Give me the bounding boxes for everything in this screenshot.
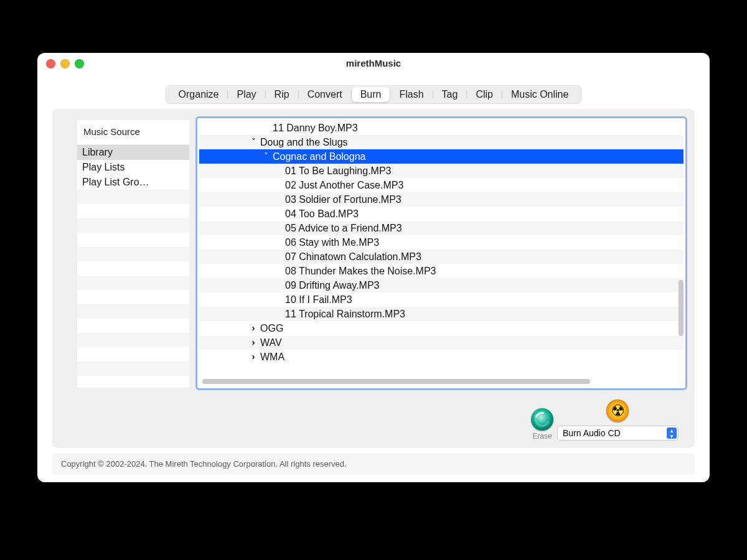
sidebar-empty-row <box>77 218 189 233</box>
tree-row-label: 01 To Be Laughing.MP3 <box>285 164 392 178</box>
tree-row-label: Cognac and Bologna <box>273 149 365 164</box>
erase-icon[interactable] <box>531 408 553 431</box>
tab-tag[interactable]: Tag <box>433 87 467 102</box>
burn-mode-select[interactable]: Burn Audio CD ▲▼ <box>557 426 679 441</box>
sidebar-empty-row <box>77 190 189 204</box>
erase-group: Erase <box>527 408 558 441</box>
tree-row[interactable]: 03 Soldier of Fortune.MP3 <box>199 192 684 207</box>
tree-row[interactable]: 08 Thunder Makes the Noise.MP3 <box>199 264 684 278</box>
tree-row[interactable]: WMA <box>199 350 684 364</box>
tab-organize[interactable]: Organize <box>170 87 228 102</box>
tree-row[interactable]: WAV <box>199 335 684 350</box>
main-panel: Music Source LibraryPlay ListsPlay List … <box>52 109 695 448</box>
horizontal-scrollbar[interactable] <box>202 379 675 384</box>
sidebar-empty-row <box>77 247 189 261</box>
tree-row-label: 09 Drifting Away.MP3 <box>285 278 379 292</box>
sidebar-empty-row <box>77 319 189 333</box>
window-title: mirethMusic <box>37 58 710 68</box>
chevron-down-icon[interactable] <box>249 135 258 150</box>
tree-row[interactable]: 11 Tropical Rainstorm.MP3 <box>199 307 684 321</box>
sidebar-empty-row <box>77 362 189 376</box>
tab-bar: OrganizePlayRipConvertBurnFlashTagClipMu… <box>166 85 582 104</box>
sidebar-empty-row <box>77 261 189 276</box>
sidebar-empty-row <box>77 304 189 319</box>
select-stepper-icon: ▲▼ <box>667 427 677 439</box>
tree-row-label: 07 Chinatown Calculation.MP3 <box>285 250 421 264</box>
burn-mode-value: Burn Audio CD <box>563 428 621 438</box>
vertical-scrollbar[interactable] <box>679 280 684 336</box>
tree-row-label: 10 If I Fail.MP3 <box>285 292 352 307</box>
tree-row-label: 03 Soldier of Fortune.MP3 <box>285 192 402 207</box>
chevron-right-icon[interactable] <box>249 335 258 350</box>
file-tree[interactable]: 10 I'm Satisfied.MP311 Danny Boy.MP3Doug… <box>199 120 684 386</box>
tree-row[interactable]: 04 Too Bad.MP3 <box>199 207 684 221</box>
sidebar-empty-row <box>77 290 189 304</box>
file-tree-pane: 10 I'm Satisfied.MP311 Danny Boy.MP3Doug… <box>195 116 687 390</box>
footer: Copyright © 2002-2024. The Mireth Techno… <box>52 454 695 475</box>
tab-play[interactable]: Play <box>228 87 265 102</box>
erase-label: Erase <box>527 432 558 441</box>
tree-row[interactable]: 06 Stay with Me.MP3 <box>199 235 684 250</box>
tree-row-label: 04 Too Bad.MP3 <box>285 207 359 221</box>
sidebar-empty-row <box>77 333 189 347</box>
horizontal-scrollbar-thumb[interactable] <box>202 379 590 384</box>
tree-row-label: Doug and the Slugs <box>260 135 348 149</box>
tree-row[interactable]: 05 Advice to a Friend.MP3 <box>199 221 684 235</box>
music-source-sidebar: Music Source LibraryPlay ListsPlay List … <box>77 120 189 388</box>
tree-row-label: 02 Just Another Case.MP3 <box>285 178 403 192</box>
burn-icon[interactable] <box>606 399 629 422</box>
sidebar-item-library[interactable]: Library <box>77 145 189 160</box>
tab-clip[interactable]: Clip <box>467 87 502 102</box>
tree-row[interactable]: 02 Just Another Case.MP3 <box>199 178 684 192</box>
sidebar-empty-row <box>77 233 189 247</box>
tree-row-label: OGG <box>260 321 283 335</box>
sidebar-item-play-list-gro[interactable]: Play List Gro… <box>77 175 189 190</box>
chevron-right-icon[interactable] <box>249 349 258 365</box>
tab-burn[interactable]: Burn <box>352 87 390 102</box>
chevron-down-icon[interactable] <box>261 149 270 164</box>
tree-row-label: WAV <box>260 335 282 350</box>
tree-row-label: 11 Danny Boy.MP3 <box>273 121 358 135</box>
app-window: mirethMusic OrganizePlayRipConvertBurnFl… <box>37 53 710 482</box>
tree-row[interactable]: 10 If I Fail.MP3 <box>199 292 684 307</box>
tree-row-label: 08 Thunder Makes the Noise.MP3 <box>285 264 436 278</box>
toolbar: OrganizePlayRipConvertBurnFlashTagClipMu… <box>37 72 710 106</box>
tree-row-label: 06 Stay with Me.MP3 <box>285 235 379 250</box>
sidebar-item-play-lists[interactable]: Play Lists <box>77 160 189 175</box>
chevron-right-icon[interactable] <box>249 320 258 336</box>
titlebar: mirethMusic <box>37 53 710 72</box>
sidebar-empty-row <box>77 276 189 290</box>
tab-flash[interactable]: Flash <box>390 87 432 102</box>
tree-row[interactable]: 01 To Be Laughing.MP3 <box>199 164 684 178</box>
tree-row-label: WMA <box>260 350 284 364</box>
tab-music-online[interactable]: Music Online <box>502 87 577 102</box>
tree-row[interactable]: 11 Danny Boy.MP3 <box>199 121 684 135</box>
sidebar-empty-row <box>77 347 189 362</box>
tree-row[interactable]: Doug and the Slugs <box>199 135 684 149</box>
tab-rip[interactable]: Rip <box>266 87 298 102</box>
sidebar-header: Music Source <box>77 120 189 145</box>
tree-row[interactable]: Cognac and Bologna <box>199 149 684 164</box>
tree-row[interactable]: 07 Chinatown Calculation.MP3 <box>199 250 684 264</box>
copyright-text: Copyright © 2002-2024. The Mireth Techno… <box>61 459 347 469</box>
tree-row-label: 05 Advice to a Friend.MP3 <box>285 221 402 235</box>
burn-group: Burn Audio CD ▲▼ <box>555 399 680 441</box>
sidebar-empty-row <box>77 376 189 388</box>
sidebar-empty-row <box>77 204 189 218</box>
tree-row[interactable]: 09 Drifting Away.MP3 <box>199 278 684 292</box>
tab-convert[interactable]: Convert <box>299 87 351 102</box>
tree-row[interactable]: OGG <box>199 321 684 335</box>
tree-row-label: 11 Tropical Rainstorm.MP3 <box>285 307 405 321</box>
